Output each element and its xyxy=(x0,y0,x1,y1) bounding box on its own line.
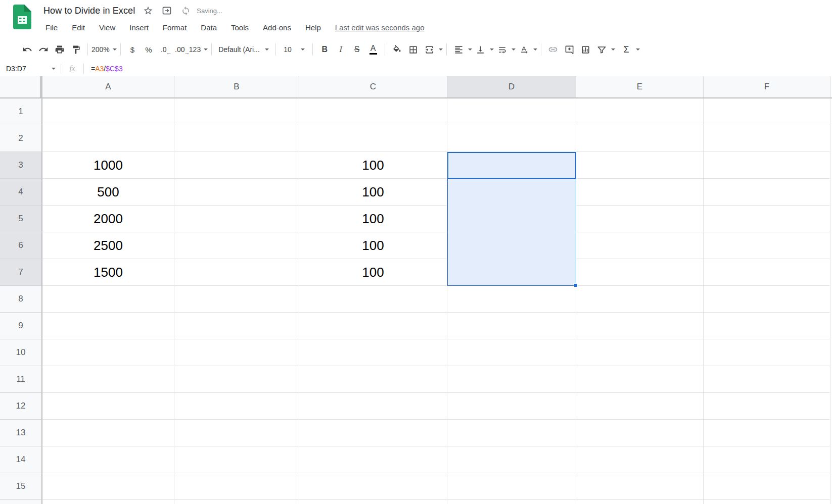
cell-D11[interactable] xyxy=(447,366,576,393)
cell-B8[interactable] xyxy=(174,286,299,313)
text-color-button[interactable]: A xyxy=(365,41,381,58)
menu-item-file[interactable]: File xyxy=(44,22,59,33)
cell-F7[interactable] xyxy=(704,259,830,286)
italic-button[interactable]: I xyxy=(333,41,349,58)
row-header-1[interactable]: 1 xyxy=(0,98,42,125)
cell-F14[interactable] xyxy=(704,446,830,473)
cell-C13[interactable] xyxy=(299,420,447,446)
row-header-12[interactable]: 12 xyxy=(0,393,42,420)
text-rotation-icon[interactable] xyxy=(516,41,532,58)
cell-F10[interactable] xyxy=(704,339,830,366)
cell-A2[interactable] xyxy=(42,125,174,152)
menu-item-view[interactable]: View xyxy=(98,22,116,33)
font-size-select[interactable]: 10 xyxy=(280,41,309,58)
merge-cells-icon[interactable] xyxy=(421,41,437,58)
cell-D7[interactable]: 15 xyxy=(447,259,576,286)
cell-C8[interactable] xyxy=(299,286,447,313)
cell-B7[interactable] xyxy=(174,259,299,286)
bold-button[interactable]: B xyxy=(316,41,333,58)
cell-C1[interactable] xyxy=(299,98,447,125)
cell-A1[interactable] xyxy=(42,98,174,125)
cell-E16[interactable] xyxy=(576,500,704,504)
fill-color-icon[interactable] xyxy=(389,41,405,58)
cell-E6[interactable] xyxy=(576,232,704,259)
cell-B15[interactable] xyxy=(174,473,299,500)
row-header-3[interactable]: 3 xyxy=(0,152,42,179)
column-header-B[interactable]: B xyxy=(174,76,299,97)
format-percent-button[interactable]: % xyxy=(141,41,157,58)
cell-A15[interactable] xyxy=(42,473,174,500)
cell-A16[interactable] xyxy=(42,500,174,504)
chevron-down-icon[interactable] xyxy=(439,48,443,51)
cell-C2[interactable] xyxy=(299,125,447,152)
row-header-8[interactable]: 8 xyxy=(0,286,42,313)
cell-A7[interactable]: 1500 xyxy=(42,259,174,286)
chevron-down-icon[interactable] xyxy=(490,48,494,51)
cell-A4[interactable]: 500 xyxy=(42,179,174,206)
cell-C11[interactable] xyxy=(299,366,447,393)
cell-F3[interactable] xyxy=(704,152,830,179)
column-header-A[interactable]: A xyxy=(42,76,174,97)
menu-item-tools[interactable]: Tools xyxy=(230,22,250,33)
cell-F16[interactable] xyxy=(704,500,830,504)
cell-C12[interactable] xyxy=(299,393,447,420)
cell-F5[interactable] xyxy=(704,206,830,232)
star-icon[interactable] xyxy=(143,5,154,16)
filter-icon[interactable] xyxy=(593,41,610,58)
cell-E10[interactable] xyxy=(576,339,704,366)
paint-format-icon[interactable] xyxy=(68,41,84,58)
cell-C14[interactable] xyxy=(299,446,447,473)
cell-B16[interactable] xyxy=(174,500,299,504)
row-header-4[interactable]: 4 xyxy=(0,179,42,206)
cell-E3[interactable] xyxy=(576,152,704,179)
cell-B10[interactable] xyxy=(174,339,299,366)
cell-C9[interactable] xyxy=(299,313,447,339)
cell-E4[interactable] xyxy=(576,179,704,206)
menu-item-insert[interactable]: Insert xyxy=(128,22,150,33)
cell-A8[interactable] xyxy=(42,286,174,313)
functions-icon[interactable]: Σ xyxy=(618,41,634,58)
cell-A13[interactable] xyxy=(42,420,174,446)
redo-button[interactable] xyxy=(35,41,52,58)
cell-F15[interactable] xyxy=(704,473,830,500)
vertical-align-icon[interactable] xyxy=(472,41,488,58)
cell-F12[interactable] xyxy=(704,393,830,420)
cell-D6[interactable]: 25 xyxy=(447,232,576,259)
cell-A9[interactable] xyxy=(42,313,174,339)
column-header-F[interactable]: F xyxy=(704,76,830,97)
chevron-down-icon[interactable] xyxy=(468,48,472,51)
print-icon[interactable] xyxy=(52,41,68,58)
cell-D14[interactable] xyxy=(447,446,576,473)
cell-E7[interactable] xyxy=(576,259,704,286)
insert-chart-icon[interactable] xyxy=(577,41,593,58)
cell-F1[interactable] xyxy=(704,98,830,125)
cell-F2[interactable] xyxy=(704,125,830,152)
cell-D9[interactable] xyxy=(447,313,576,339)
row-header-6[interactable]: 6 xyxy=(0,232,42,259)
insert-comment-icon[interactable] xyxy=(561,41,577,58)
row-header-13[interactable]: 13 xyxy=(0,420,42,446)
last-edit-link[interactable]: Last edit was seconds ago xyxy=(335,23,425,32)
cell-E11[interactable] xyxy=(576,366,704,393)
cell-A11[interactable] xyxy=(42,366,174,393)
format-currency-button[interactable]: $ xyxy=(124,41,141,58)
cell-A12[interactable] xyxy=(42,393,174,420)
cell-F8[interactable] xyxy=(704,286,830,313)
menu-item-edit[interactable]: Edit xyxy=(71,22,86,33)
menu-item-data[interactable]: Data xyxy=(200,22,218,33)
cell-F9[interactable] xyxy=(704,313,830,339)
cell-E15[interactable] xyxy=(576,473,704,500)
cell-B12[interactable] xyxy=(174,393,299,420)
more-formats-button[interactable]: 123 xyxy=(189,41,208,58)
cell-D12[interactable] xyxy=(447,393,576,420)
cell-C7[interactable]: 100 xyxy=(299,259,447,286)
menu-item-add-ons[interactable]: Add-ons xyxy=(262,22,292,33)
cell-A6[interactable]: 2500 xyxy=(42,232,174,259)
cell-E5[interactable] xyxy=(576,206,704,232)
cell-B13[interactable] xyxy=(174,420,299,446)
row-header-11[interactable]: 11 xyxy=(0,366,42,393)
cell-E1[interactable] xyxy=(576,98,704,125)
cell-C5[interactable]: 100 xyxy=(299,206,447,232)
cell-E9[interactable] xyxy=(576,313,704,339)
cell-A14[interactable] xyxy=(42,446,174,473)
